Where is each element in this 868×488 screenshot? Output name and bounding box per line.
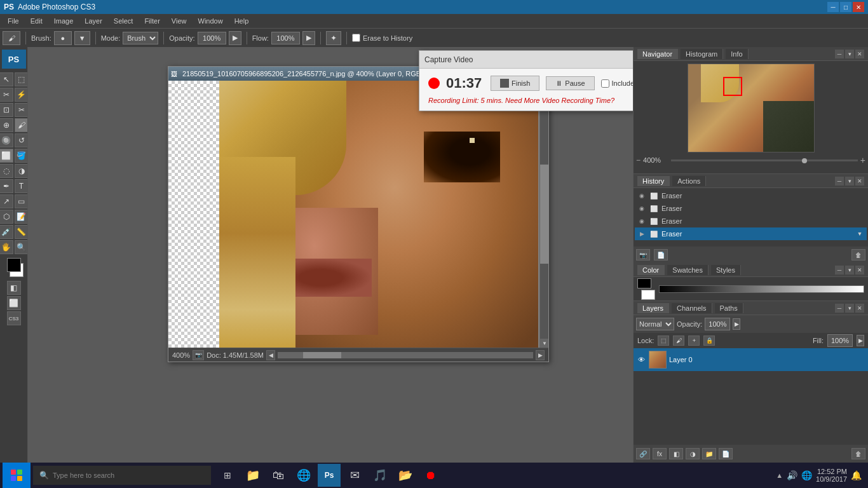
minimize-button[interactable]: ─ (827, 2, 839, 12)
menu-image[interactable]: Image (49, 16, 79, 26)
new-doc-btn[interactable]: 📄 (654, 249, 668, 261)
menu-file[interactable]: File (3, 16, 24, 26)
bg-color-chip[interactable] (641, 290, 655, 300)
snapshot-btn[interactable]: 📷 (636, 249, 650, 261)
tab-styles[interactable]: Styles (711, 265, 741, 275)
nav-red-box[interactable] (723, 77, 742, 96)
tab-color[interactable]: Color (637, 265, 665, 275)
flow-input[interactable] (271, 32, 300, 44)
lock-transparent-btn[interactable]: ⬚ (658, 336, 669, 346)
maximize-button[interactable]: □ (840, 2, 851, 12)
opacity-input[interactable] (198, 32, 226, 44)
tab-channels[interactable]: Channels (672, 303, 712, 313)
vertical-scrollbar[interactable]: ▲ ▼ (539, 81, 548, 348)
menu-edit[interactable]: Edit (25, 16, 48, 26)
zoom-slider-thumb[interactable] (802, 158, 807, 163)
mail-icon[interactable]: ✉ (343, 464, 366, 487)
path-selection[interactable]: ↗ (0, 194, 13, 208)
folder-icon[interactable]: 📂 (394, 464, 417, 487)
tool-options-btn[interactable]: 🖌 (3, 31, 20, 45)
crop-tool[interactable]: ⊡ (0, 103, 13, 117)
marquee-tool[interactable]: ⬚ (15, 72, 29, 86)
add-mask-btn[interactable]: ◧ (669, 448, 683, 459)
menu-layer[interactable]: Layer (79, 16, 107, 26)
brush-picker[interactable]: ● (54, 31, 72, 45)
tab-layers[interactable]: Layers (637, 303, 669, 313)
tab-paths[interactable]: Paths (715, 303, 743, 313)
menu-window[interactable]: Window (193, 16, 228, 26)
network-icon[interactable]: 🌐 (801, 470, 812, 480)
history-brush[interactable]: ↺ (15, 133, 29, 147)
volume-icon[interactable]: 🔊 (787, 470, 797, 480)
fg-color-chip[interactable] (637, 278, 651, 288)
flow-arrow[interactable]: ▶ (302, 31, 315, 45)
nav-collapse-btn[interactable]: ─ (835, 50, 844, 58)
layer-visibility-icon[interactable]: 👁 (636, 355, 646, 365)
tab-histogram[interactable]: Histogram (681, 49, 723, 59)
scrollbar-thumb[interactable] (540, 165, 548, 264)
eraser-tool[interactable]: ⬜ (0, 149, 13, 163)
eyedropper-tool[interactable]: 💉 (0, 225, 13, 239)
history-restore-4[interactable]: ▶ (637, 229, 646, 238)
file-explorer-icon[interactable]: 📁 (241, 464, 264, 487)
doc-canvas[interactable]: ▲ ▼ (168, 81, 548, 348)
up-arrow-icon[interactable]: ▲ (776, 471, 783, 479)
brush-size-down[interactable]: ▼ (74, 31, 90, 45)
tab-info[interactable]: Info (726, 49, 748, 59)
scroll-thumb-h[interactable] (303, 352, 341, 358)
healing-tool[interactable]: ⊕ (0, 118, 13, 132)
photoshop-taskbar-icon[interactable]: Ps (318, 464, 341, 487)
history-item-2[interactable]: ◉ ⬜ Eraser (635, 202, 867, 215)
stamp-tool[interactable]: 🔘 (0, 133, 13, 147)
3d-tool[interactable]: ⬡ (0, 210, 13, 224)
mode-select[interactable]: Brush Pencil Block (123, 32, 158, 44)
hand-tool[interactable]: 🖐 (0, 240, 13, 254)
tab-history[interactable]: History (637, 176, 670, 186)
nav-menu-btn[interactable]: ▾ (845, 50, 854, 58)
finish-button[interactable]: Finish (491, 76, 539, 91)
menu-select[interactable]: Select (109, 16, 139, 26)
pen-tool[interactable]: ✒ (0, 179, 13, 193)
layers-menu-btn[interactable]: ▾ (845, 304, 854, 313)
color-collapse-btn[interactable]: ─ (835, 266, 844, 274)
add-link-btn[interactable]: 🔗 (636, 448, 650, 459)
blur-tool[interactable]: ◌ (0, 164, 13, 178)
opacity-input[interactable] (705, 318, 730, 330)
quick-mask-btn[interactable]: ◧ (7, 281, 21, 295)
lock-pixels-btn[interactable]: 🖌 (673, 336, 684, 346)
history-restore-3[interactable]: ◉ (637, 217, 646, 226)
color-menu-btn[interactable]: ▾ (845, 266, 854, 274)
prev-frame-btn[interactable]: ◀ (266, 350, 275, 360)
opacity-arrow[interactable]: ▶ (229, 31, 241, 45)
measure-tool[interactable]: 📏 (15, 225, 29, 239)
history-restore-2[interactable]: ◉ (637, 204, 646, 213)
layers-collapse-btn[interactable]: ─ (835, 304, 844, 313)
zoom-tool[interactable]: 🔍 (15, 240, 29, 254)
taskview-btn[interactable]: ⊞ (216, 464, 239, 487)
search-bar[interactable]: 🔍 Type here to search (33, 466, 211, 485)
foreground-color[interactable] (7, 258, 21, 272)
color-close-btn[interactable]: ✕ (855, 266, 864, 274)
history-item-3[interactable]: ◉ ⬜ Eraser (635, 215, 867, 227)
menu-help[interactable]: Help (229, 16, 254, 26)
scroll-track[interactable] (278, 352, 533, 358)
slice-tool[interactable]: ✂ (15, 103, 29, 117)
history-collapse-btn[interactable]: ─ (835, 177, 844, 186)
history-close-btn[interactable]: ✕ (855, 177, 864, 186)
zoom-btn[interactable]: 📷 (193, 350, 204, 360)
fill-input[interactable] (827, 334, 853, 347)
store-icon[interactable]: 🛍 (267, 464, 290, 487)
notes-tool[interactable]: 📝 (15, 210, 29, 224)
screen-mode-btn[interactable]: ⬜ (7, 296, 21, 310)
fill-tool[interactable]: 🪣 (15, 149, 29, 163)
fill-arrow-btn[interactable]: ▶ (857, 335, 864, 346)
history-scroll-btn[interactable]: ▼ (855, 229, 864, 238)
delete-state-btn[interactable]: 🗑 (851, 249, 865, 261)
new-group-btn[interactable]: 📁 (702, 448, 716, 459)
tab-actions[interactable]: Actions (672, 176, 706, 186)
magic-wand[interactable]: ⚡ (15, 88, 29, 102)
music-icon[interactable]: 🎵 (369, 464, 391, 487)
history-item-4[interactable]: ▶ ⬜ Eraser ▼ (635, 227, 867, 240)
scroll-down-btn[interactable]: ▼ (540, 339, 548, 348)
color-slider[interactable] (659, 285, 864, 293)
